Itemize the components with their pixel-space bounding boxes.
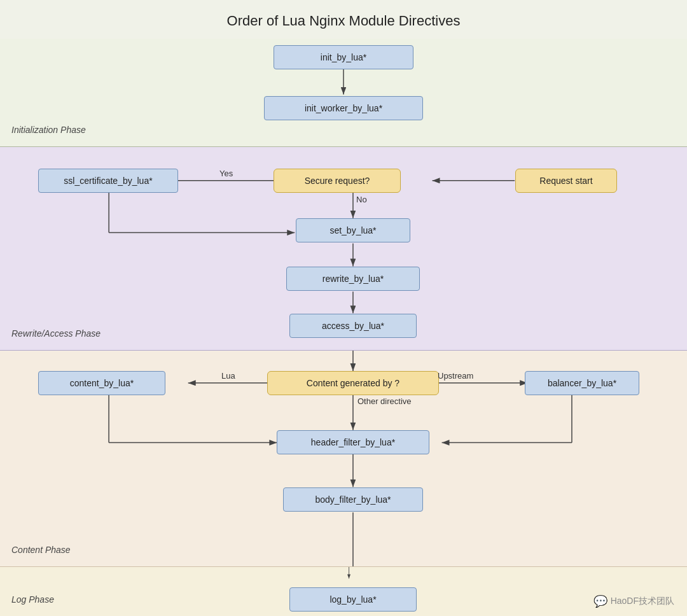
phase-rewrite: ssl_certificate_by_lua* Secure request? … bbox=[0, 147, 687, 351]
box-content-generated: Content generated by ? bbox=[267, 371, 439, 395]
watermark-text: HaoDF技术团队 bbox=[611, 596, 674, 607]
box-ssl-cert: ssl_certificate_by_lua* bbox=[38, 169, 178, 193]
phase-log-label: Log Phase bbox=[11, 594, 54, 605]
phase-content: content_by_lua* Content generated by ? b… bbox=[0, 351, 687, 567]
phase-init-label: Initialization Phase bbox=[11, 125, 86, 135]
label-no: No bbox=[356, 195, 367, 204]
box-log-by-lua: log_by_lua* bbox=[289, 587, 417, 612]
label-upstream: Upstream bbox=[438, 371, 473, 381]
box-init-by-lua: init_by_lua* bbox=[274, 45, 413, 69]
box-request-start: Request start bbox=[515, 169, 617, 193]
diagram-container: Order of Lua Nginx Module Directives ini… bbox=[0, 0, 687, 616]
box-access-by-lua: access_by_lua* bbox=[289, 314, 417, 338]
phase-content-label: Content Phase bbox=[11, 545, 71, 555]
box-set-by-lua: set_by_lua* bbox=[296, 218, 410, 242]
box-content-by-lua: content_by_lua* bbox=[38, 371, 165, 395]
box-rewrite-by-lua: rewrite_by_lua* bbox=[286, 267, 420, 291]
diagram-title: Order of Lua Nginx Module Directives bbox=[0, 0, 687, 39]
label-yes: Yes bbox=[219, 169, 233, 178]
box-secure-request: Secure request? bbox=[274, 169, 401, 193]
box-init-worker-by-lua: init_worker_by_lua* bbox=[264, 96, 423, 120]
phase-log: log_by_lua* Log Phase 💬 HaoDF技术团队 bbox=[0, 567, 687, 616]
phase-init: init_by_lua* init_worker_by_lua* Initial… bbox=[0, 39, 687, 147]
watermark: 💬 HaoDF技术团队 bbox=[593, 594, 674, 608]
label-other: Other directive bbox=[357, 396, 412, 406]
label-lua: Lua bbox=[221, 371, 235, 381]
box-body-filter-by-lua: body_filter_by_lua* bbox=[283, 487, 423, 512]
wechat-icon: 💬 bbox=[593, 594, 607, 608]
box-header-filter-by-lua: header_filter_by_lua* bbox=[277, 430, 429, 454]
box-balancer-by-lua: balancer_by_lua* bbox=[525, 371, 639, 395]
phase-rewrite-label: Rewrite/Access Phase bbox=[11, 328, 101, 339]
